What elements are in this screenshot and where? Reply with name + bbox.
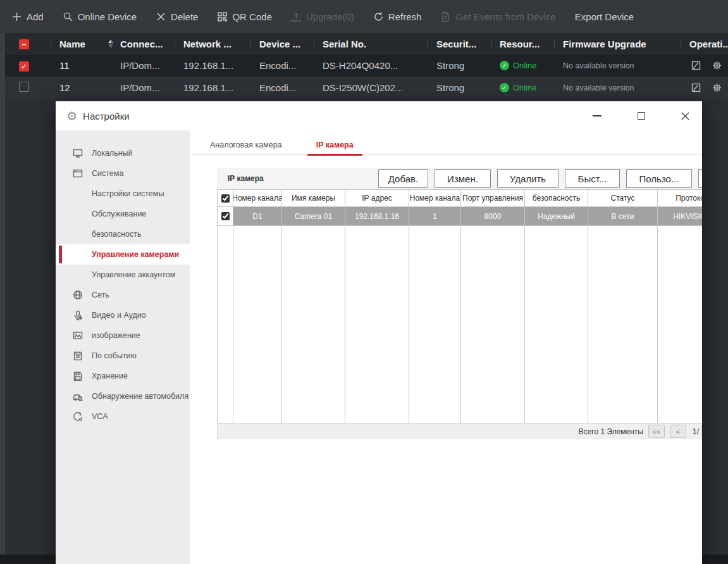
search-icon [63, 11, 73, 22]
device-cell-operation [681, 60, 728, 71]
device-column-header: Securit... [428, 33, 491, 54]
close-button[interactable] [680, 111, 691, 122]
sidebar-item-управление-камерами[interactable]: Управление камерами [56, 244, 190, 265]
storage-icon [73, 371, 83, 381]
device-row[interactable]: ✓11IP/Dom...192.168.1...Encodi...DS-H204… [5, 54, 728, 77]
camera-table-empty-column [217, 226, 233, 423]
settings-sidebar: ЛокальныйСистемаНастройки системыОбслужи… [56, 130, 190, 564]
device-table: –NameConnec...Network ...Device ...Seria… [5, 33, 728, 99]
toolbar-button-delete[interactable]: Delete [156, 11, 198, 22]
device-column-header-label: Resour... [500, 39, 540, 49]
camera-column-header: Протокол [658, 190, 702, 207]
toolbar-button-qr-code[interactable]: QR Code [217, 11, 272, 22]
sidebar-item-локальный[interactable]: Локальный [56, 143, 190, 163]
gear-icon[interactable] [712, 60, 722, 71]
device-row-checkbox[interactable] [19, 82, 29, 92]
toolbar-button-get-events-from-device[interactable]: Get Events from Device [440, 11, 555, 22]
camera-table-footer: Всего 1 Элементы << < 1/ [217, 423, 702, 439]
camera-action-button-1[interactable]: Добав. [378, 169, 428, 188]
toolbar-button-upgrade-0-[interactable]: Upgrade(0) [291, 11, 354, 22]
monitor-icon [73, 148, 83, 158]
online-status-label: Online [513, 61, 537, 70]
plus-icon [11, 11, 22, 22]
device-cell-name: 11 [51, 60, 111, 71]
vca-icon [73, 411, 83, 422]
device-column-header: Connec... [111, 33, 175, 54]
device-cell-operation [681, 82, 728, 93]
camera-table-empty-column [409, 226, 461, 423]
toolbar-button-label: Refresh [388, 11, 422, 22]
device-column-header: Serial No. [314, 33, 428, 54]
minimize-button[interactable] [591, 111, 602, 122]
camera-action-button-2[interactable]: Измен. [435, 169, 491, 188]
sidebar-item-label: Локальный [92, 149, 133, 158]
device-cell-connection: IP/Dom... [111, 60, 175, 71]
prev-page-button[interactable]: < [670, 425, 686, 438]
tab-аналоговая-камера[interactable]: Аналоговая камера [209, 135, 283, 154]
sidebar-item-безопасность[interactable]: безопасность [56, 224, 190, 244]
select-all-checkbox[interactable]: – [19, 39, 29, 49]
event-icon [73, 351, 83, 361]
device-column-header-label: Connec... [120, 39, 163, 49]
sidebar-item-label: Управление камерами [92, 250, 179, 259]
sidebar-item-обслуживание[interactable]: Обслуживание [56, 204, 190, 224]
camera-row[interactable]: D1Camera 01192.168.1.1618000НадежныйВ се… [217, 207, 702, 226]
device-cell-serial: DS-H204Q0420... [314, 60, 428, 71]
camera-cell-security: Надежный [525, 207, 588, 226]
top-toolbar: AddOnline DeviceDeleteQR CodeUpgrade(0)R… [0, 0, 728, 33]
camera-table-empty-area [217, 226, 702, 423]
device-cell-security: Strong [428, 82, 491, 93]
first-page-button[interactable]: << [648, 425, 665, 438]
sidebar-item-по-событию[interactable]: По событию [56, 346, 190, 366]
camera-select-all-checkbox[interactable] [221, 194, 230, 203]
camera-table-empty-column [461, 226, 525, 423]
sidebar-item-обнаружение-автомобиля[interactable]: Обнаружение автомобиля [56, 386, 190, 406]
toolbar-button-add[interactable]: Add [11, 11, 44, 22]
toolbar-button-refresh[interactable]: Refresh [373, 11, 422, 22]
device-column-header-label: Name [59, 39, 85, 49]
section-title: IP камера [228, 168, 264, 189]
sidebar-item-изображение[interactable]: изображение [56, 325, 190, 346]
toolbar-button-label: Upgrade(0) [306, 11, 354, 22]
sidebar-item-сеть[interactable]: Сеть [56, 285, 190, 305]
camera-action-button-3[interactable]: Удалить [497, 169, 558, 188]
device-cell-firmware: No available version [554, 61, 681, 70]
toolbar-button-label: Add [27, 11, 44, 22]
gear-icon[interactable] [712, 82, 722, 93]
toolbar-button-label: Get Events from Device [455, 11, 555, 22]
camera-action-button-clipped[interactable] [698, 169, 702, 188]
settings-gear-icon: ⚙ [66, 109, 77, 123]
toolbar-button-export-device[interactable]: Export Device [575, 11, 634, 22]
sidebar-item-vca[interactable]: VCA [56, 406, 190, 427]
edit-icon[interactable] [691, 82, 701, 93]
device-cell-network: 192.168.1... [175, 82, 250, 93]
camera-header-checkbox-cell [217, 190, 233, 207]
maximize-button[interactable] [636, 111, 646, 122]
toolbar-button-online-device[interactable]: Online Device [63, 11, 137, 22]
sidebar-item-управление-аккаунтом[interactable]: Управление аккаунтом [56, 265, 190, 285]
camera-table-header: Номер каналаИмя камерыIP адресНомер кана… [217, 190, 702, 207]
sidebar-item-система[interactable]: Система [56, 163, 190, 184]
online-status-icon: ✓ [500, 83, 509, 92]
camera-action-button-4[interactable]: Быст... [565, 169, 620, 188]
device-row[interactable]: 12IP/Dom...192.168.1...Encodi...DS-I250W… [5, 77, 728, 99]
device-cell-device_type: Encodi... [250, 60, 314, 71]
device-column-header-label: Network ... [183, 39, 231, 49]
sidebar-item-label: Система [92, 169, 123, 178]
device-row-checkbox[interactable]: ✓ [19, 61, 29, 72]
sidebar-item-хранение[interactable]: Хранение [56, 366, 190, 386]
globe-icon [73, 290, 83, 300]
sidebar-item-настройки-системы[interactable]: Настройки системы [56, 184, 190, 204]
device-cell-device_type: Encodi... [250, 82, 314, 93]
sidebar-item-видео-и-аудио[interactable]: Видео и Аудио [56, 305, 190, 325]
camera-row-checkbox[interactable] [221, 212, 230, 220]
upload-icon [291, 11, 302, 22]
camera-cell-ip: 192.168.1.16 [345, 207, 409, 226]
sidebar-item-label: безопасность [92, 230, 142, 239]
camera-cell-port: 8000 [461, 207, 525, 226]
microphone-icon [73, 310, 83, 320]
device-table-header: –NameConnec...Network ...Device ...Seria… [5, 33, 728, 54]
edit-icon[interactable] [691, 60, 701, 71]
tab-ip-камера[interactable]: IP камера [315, 135, 355, 154]
camera-action-button-5[interactable]: Пользо... [626, 169, 692, 188]
